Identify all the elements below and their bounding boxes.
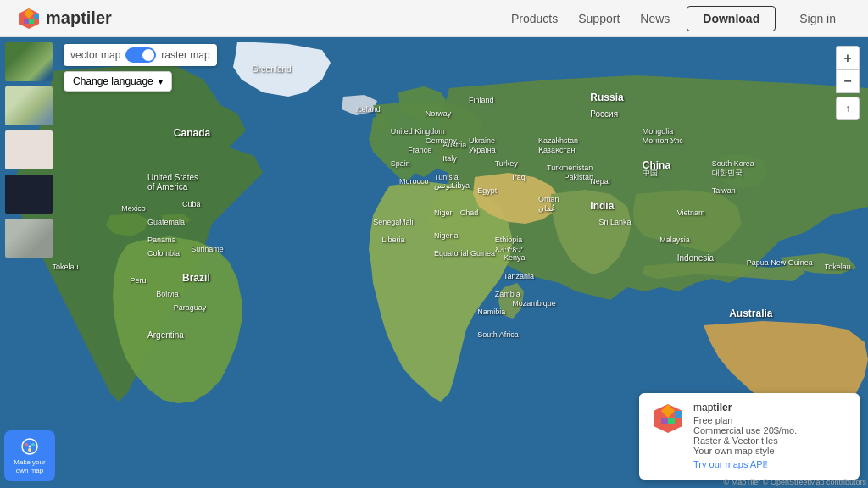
vector-map-label: vector map [70,49,120,61]
attribution: © MapTiler © OpenStreetMap contributors [724,478,867,486]
api-link[interactable]: Try our maps API! [693,459,768,469]
make-own-map-button[interactable]: Make yourown map [4,430,55,481]
map-container[interactable]: GreenlandIcelandCanadaUnited Statesof Am… [0,37,868,488]
map-background: GreenlandIcelandCanadaUnited Statesof Am… [0,37,868,488]
thumbnail-dark[interactable] [3,173,54,215]
svg-marker-3 [29,19,34,24]
svg-marker-4 [24,19,29,24]
info-card-logo [651,402,685,435]
zoom-in-button[interactable]: + [836,46,860,69]
nav-links: Products Support News [511,12,670,25]
svg-point-7 [25,443,28,446]
thumbnail-street[interactable] [3,129,54,171]
nav-products[interactable]: Products [511,12,558,25]
info-commercial: Commercial use 20$/mo. [693,425,797,435]
info-raster: Raster & Vector tiles [693,435,797,446]
info-free-plan: Free plan [693,415,797,425]
download-button[interactable]: Download [687,6,776,31]
change-language-button[interactable]: Change language [64,71,172,92]
svg-marker-15 [661,418,668,424]
map-type-toggle[interactable] [125,47,156,63]
logo: maptiler [17,7,112,30]
thumbnail-gray[interactable] [3,217,54,259]
top-controls: vector map raster map Change language [64,44,217,92]
svg-marker-14 [668,418,675,424]
svg-point-9 [28,448,31,452]
nav-news[interactable]: News [640,12,670,25]
header: maptiler Products Support News Download … [0,0,868,37]
maptiler-logo-icon [17,7,41,30]
sidebar-thumbnails [0,37,59,263]
zoom-controls: + − ↑ [836,46,860,120]
thumbnail-topo[interactable] [3,85,54,127]
info-style: Your own map style [693,446,797,456]
info-card: maptiler Free plan Commercial use 20$/mo… [639,393,860,480]
signin-button[interactable]: Sign in [784,7,851,30]
raster-map-label: raster map [161,49,209,61]
info-card-logo-name: maptiler [693,402,797,413]
info-card-text: maptiler Free plan Commercial use 20$/mo… [693,402,797,471]
make-own-map-label: Make yourown map [14,458,45,474]
map-type-toggle-row: vector map raster map [64,44,217,66]
svg-point-10 [29,445,31,447]
nav-support[interactable]: Support [578,12,620,25]
palette-icon [20,437,39,456]
logo-text: maptiler [46,8,112,28]
compass-button[interactable]: ↑ [836,97,860,120]
svg-point-8 [31,443,35,446]
svg-marker-13 [675,411,682,418]
svg-marker-2 [34,14,39,19]
thumbnail-satellite[interactable] [3,41,54,83]
zoom-out-button[interactable]: − [836,69,860,93]
